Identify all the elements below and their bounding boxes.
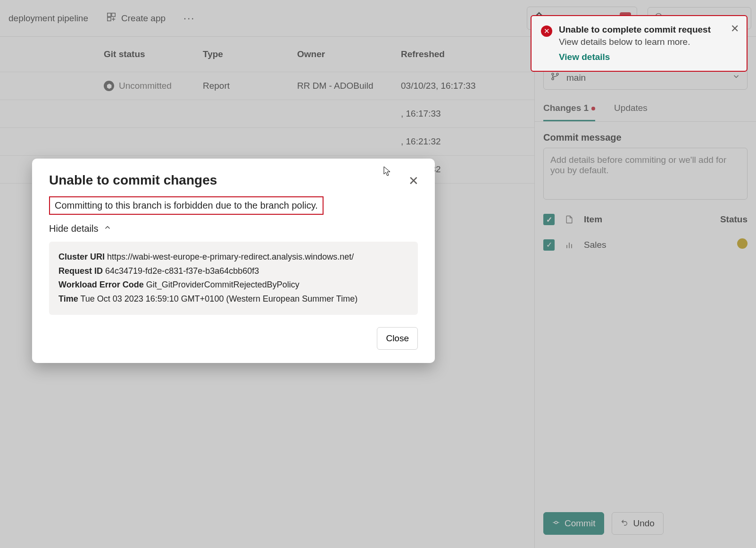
toast-close-icon[interactable]: ✕: [731, 23, 739, 35]
error-dialog: ✕ Unable to commit changes Committing to…: [32, 159, 435, 363]
toast-body: View details below to learn more.: [559, 37, 737, 47]
time-value: Tue Oct 03 2023 16:59:10 GMT+0100 (Weste…: [80, 294, 357, 304]
dialog-title: Unable to commit changes: [49, 173, 418, 188]
cursor-icon: [383, 166, 391, 179]
toast-view-details-link[interactable]: View details: [559, 52, 737, 62]
error-icon: ✕: [541, 25, 552, 37]
dialog-close-button[interactable]: Close: [377, 327, 418, 350]
request-id-label: Request ID: [58, 266, 103, 276]
error-code-label: Workload Error Code: [58, 280, 144, 289]
dialog-close-icon[interactable]: ✕: [408, 174, 419, 188]
time-label: Time: [58, 294, 78, 304]
cluster-uri-value: https://wabi-west-europe-e-primary-redir…: [107, 252, 354, 261]
toast-title: Unable to complete commit request: [559, 25, 737, 35]
dialog-close-label: Close: [386, 333, 409, 344]
details-toggle-label: Hide details: [49, 223, 99, 234]
dialog-reason: Committing to this branch is forbidden d…: [49, 196, 324, 215]
request-id-value: 64c34719-fd2e-c831-f37e-b3a64cbb60f3: [105, 266, 259, 276]
details-toggle[interactable]: Hide details: [49, 223, 418, 234]
details-pane: Cluster URI https://wabi-west-europe-e-p…: [49, 242, 418, 315]
cluster-uri-label: Cluster URI: [58, 252, 105, 261]
error-toast: ✕ Unable to complete commit request View…: [531, 15, 748, 72]
chevron-up-icon: [103, 223, 112, 234]
error-code-value: Git_GitProviderCommitRejectedByPolicy: [146, 280, 299, 289]
